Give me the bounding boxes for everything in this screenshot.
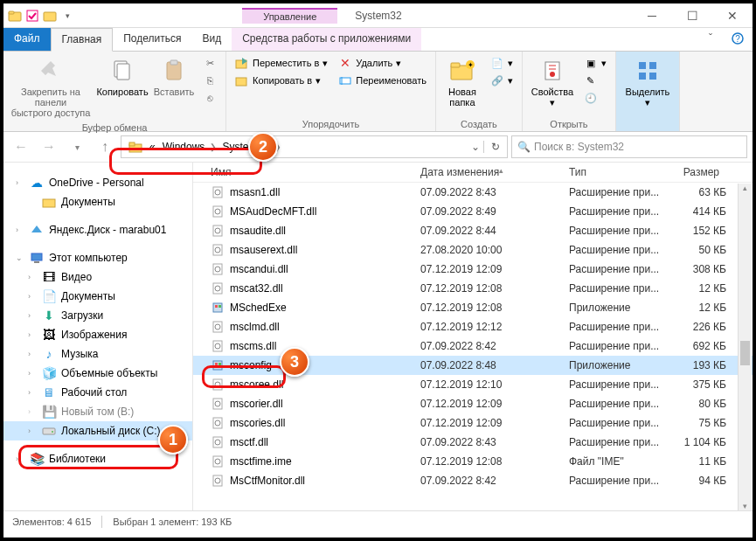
file-row[interactable]: msasn1.dll07.09.2022 8:43Расширение при.… xyxy=(193,183,753,202)
new-item-button[interactable]: 📄▾ xyxy=(489,55,515,71)
file-row[interactable]: MsCtfMonitor.dll07.09.2022 8:42Расширени… xyxy=(193,471,753,490)
nav-documents2[interactable]: ›📄Документы xyxy=(3,287,192,306)
open-button[interactable]: ▣▾ xyxy=(582,55,608,71)
breadcrumb-windows[interactable]: Windows xyxy=(159,141,209,153)
nav-documents[interactable]: Документы xyxy=(3,192,192,212)
tab-apptools[interactable]: Средства работы с приложениями xyxy=(232,28,421,51)
col-name[interactable]: Имя ▴ xyxy=(200,166,420,178)
help-button[interactable]: ? xyxy=(723,28,753,51)
scissors-icon: ✂ xyxy=(203,56,217,70)
file-row[interactable]: mscandui.dll07.12.2019 12:09Расширение п… xyxy=(193,260,753,279)
file-row[interactable]: msauserext.dll27.08.2020 10:00Расширение… xyxy=(193,240,753,260)
copy-path-button[interactable]: ⎘ xyxy=(201,73,218,88)
history-icon: 🕘 xyxy=(584,91,598,105)
edit-button[interactable]: ✎ xyxy=(582,73,608,88)
file-row[interactable]: msclmd.dll07.12.2019 12:12Расширение при… xyxy=(193,317,753,336)
history-button[interactable]: 🕘 xyxy=(582,90,608,106)
drive-icon xyxy=(42,424,56,438)
nav-music[interactable]: ›♪Музыка xyxy=(3,344,192,364)
breadcrumb[interactable]: « Windows ❯ System32 ❯ ⌄ ↻ xyxy=(121,135,508,158)
ribbon-collapse-button[interactable]: ˇ xyxy=(698,28,723,51)
delete-button[interactable]: ✕Удалить ▾ xyxy=(336,55,428,71)
col-type[interactable]: Тип xyxy=(569,166,674,178)
pin-icon xyxy=(37,57,65,85)
breadcrumb-prefix[interactable]: « xyxy=(146,141,159,153)
file-row[interactable]: msconfig07.09.2022 8:48Приложение193 КБ xyxy=(193,356,753,375)
scrollbar[interactable]: ▴ ▾ xyxy=(738,184,752,510)
nav-desktop[interactable]: ›🖥Рабочий стол xyxy=(3,383,192,402)
file-row[interactable]: MSchedExe07.12.2019 12:08Приложение12 КБ xyxy=(193,298,753,317)
copy-to-button[interactable]: Копировать в ▾ xyxy=(233,73,329,88)
file-row[interactable]: msctf.dll07.09.2022 8:43Расширение при..… xyxy=(193,433,753,452)
tab-home[interactable]: Главная xyxy=(51,28,114,52)
file-icon xyxy=(211,262,225,276)
rename-button[interactable]: Переименовать xyxy=(336,73,428,88)
ribbon-group-open: Свойства ▾ ▣▾ ✎ 🕘 Открыть xyxy=(523,52,616,131)
file-row[interactable]: mscories.dll07.12.2019 12:09Расширение п… xyxy=(193,413,753,433)
nav-onedrive[interactable]: ›☁OneDrive - Personal xyxy=(3,173,192,192)
window-controls: ─ ☐ ✕ xyxy=(632,3,753,27)
file-row[interactable]: msaudite.dll07.09.2022 8:44Расширение пр… xyxy=(193,221,753,240)
col-size[interactable]: Размер xyxy=(674,166,726,178)
callout-3: 3 xyxy=(280,347,309,377)
file-row[interactable]: mscorier.dll07.12.2019 12:09Расширение п… xyxy=(193,394,753,413)
qat-item-icon[interactable] xyxy=(42,8,58,24)
nav-yandex[interactable]: ›Яндекс.Диск - marabu01 xyxy=(3,220,192,239)
chevron-right-icon[interactable]: ❯ xyxy=(208,142,218,151)
nav-downloads[interactable]: ›⬇Загрузки xyxy=(3,306,192,325)
minimize-button[interactable]: ─ xyxy=(632,3,672,27)
scrollbar-thumb[interactable] xyxy=(740,341,750,365)
nav-thispc[interactable]: ⌄Этот компьютер xyxy=(3,248,192,267)
close-button[interactable]: ✕ xyxy=(712,3,753,27)
easy-access-button[interactable]: 🔗▾ xyxy=(489,73,515,88)
file-row[interactable]: MSAudDecMFT.dll07.09.2022 8:49Расширение… xyxy=(193,202,753,221)
svg-rect-9 xyxy=(170,60,177,65)
move-to-button[interactable]: Переместить в ▾ xyxy=(233,55,329,71)
qat-dropdown-icon[interactable]: ▾ xyxy=(59,8,75,24)
pin-quickaccess-button[interactable]: Закрепить на панели быстрого доступа xyxy=(9,53,93,121)
new-folder-button[interactable]: ✦ Новая папка xyxy=(441,53,483,111)
tab-file[interactable]: Файл xyxy=(3,28,51,51)
up-button[interactable]: ↑ xyxy=(93,135,117,159)
file-icon xyxy=(211,301,225,315)
svg-rect-44 xyxy=(215,305,218,308)
tab-share[interactable]: Поделиться xyxy=(113,28,191,51)
cut-button[interactable]: ✂ xyxy=(201,55,218,71)
paste-shortcut-button[interactable]: ⎋ xyxy=(201,90,218,106)
file-icon xyxy=(211,435,225,449)
properties-icon xyxy=(538,57,566,85)
nav-pictures[interactable]: ›🖼Изображения xyxy=(3,325,192,344)
file-icon xyxy=(211,281,225,295)
nav-libraries[interactable]: ›📚Библиотеки xyxy=(3,449,192,468)
forward-button[interactable]: → xyxy=(37,135,61,159)
nav-newvol[interactable]: ›💾Новый том (B:) xyxy=(3,402,192,421)
tab-view[interactable]: Вид xyxy=(191,28,232,51)
svg-rect-27 xyxy=(31,253,42,260)
refresh-button[interactable]: ↻ xyxy=(483,141,503,153)
col-modified[interactable]: Дата изменения xyxy=(420,166,569,178)
breadcrumb-dropdown-icon[interactable]: ⌄ xyxy=(468,141,483,153)
file-list[interactable]: msasn1.dll07.09.2022 8:43Расширение при.… xyxy=(193,183,753,510)
objects3d-icon: 🧊 xyxy=(42,366,56,380)
qat-checkbox-icon[interactable] xyxy=(24,8,40,24)
file-row[interactable]: msctfime.ime07.12.2019 12:08Файл "IME"11… xyxy=(193,452,753,471)
copy-button[interactable]: Копировать xyxy=(96,53,149,101)
nav-videos[interactable]: ›🎞Видео xyxy=(3,267,192,287)
ribbon-group-new: ✦ Новая папка 📄▾ 🔗▾ Создать xyxy=(436,52,523,131)
library-icon: 📚 xyxy=(30,452,44,466)
file-icon xyxy=(211,454,225,468)
file-row[interactable]: mscat32.dll07.12.2019 12:08Расширение пр… xyxy=(193,279,753,298)
svg-rect-22 xyxy=(639,73,646,80)
file-row[interactable]: mscms.dll07.09.2022 8:42Расширение при..… xyxy=(193,336,753,356)
search-input[interactable]: 🔍 Поиск в: System32 xyxy=(511,135,747,158)
recent-button[interactable]: ▾ xyxy=(65,135,89,159)
title-bar: ▾ Управление System32 ─ ☐ ✕ xyxy=(3,3,753,28)
back-button[interactable]: ← xyxy=(9,135,33,159)
file-row[interactable]: mscoree.dll07.12.2019 12:10Расширение пр… xyxy=(193,375,753,394)
nav-3dobjects[interactable]: ›🧊Объемные объекты xyxy=(3,364,192,383)
navigation-pane: ›☁OneDrive - Personal Документы ›Яндекс.… xyxy=(3,163,193,510)
properties-button[interactable]: Свойства ▾ xyxy=(528,53,577,111)
maximize-button[interactable]: ☐ xyxy=(672,3,712,27)
select-button[interactable]: Выделить ▾ xyxy=(621,53,674,111)
paste-button[interactable]: Вставить xyxy=(152,53,196,101)
